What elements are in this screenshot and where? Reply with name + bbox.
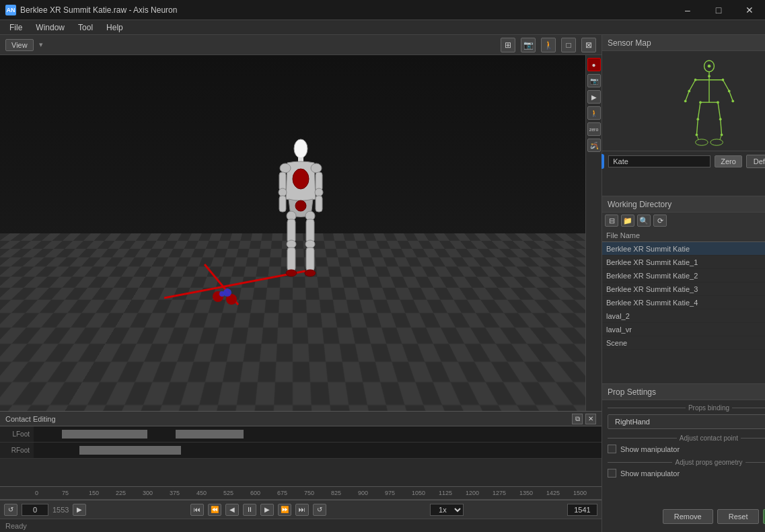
file-name-cell: Berklee XR Summit Katie_3 <box>602 285 765 293</box>
svg-point-17 <box>295 200 306 211</box>
lfoot-track-content[interactable] <box>34 426 602 442</box>
working-directory-header: Working Directory ⧉ ✕ <box>602 196 765 213</box>
contact-editing-controls: ⧉ ✕ <box>572 414 596 424</box>
adjust-contact-title: Adjust contact point <box>608 434 765 442</box>
menu-help[interactable]: Help <box>100 22 130 34</box>
working-directory-column-headers: File Name Type <box>602 229 765 242</box>
working-directory-toolbar: ⊟ 📁 🔍 ⟳ <box>602 213 765 229</box>
file-name-cell: laval_vr <box>602 326 765 334</box>
actor-zero-button[interactable]: Zero <box>715 155 742 167</box>
svg-point-13 <box>279 188 287 196</box>
table-row[interactable]: Berklee XR Summit Katie_1 raw <box>602 256 765 269</box>
figure-icon[interactable]: 🚶 <box>541 38 556 52</box>
menu-tool[interactable]: Tool <box>71 22 100 34</box>
table-row[interactable]: Scene raw <box>602 336 765 350</box>
table-row[interactable]: Berklee XR Summit Katie_3 raw <box>602 282 765 296</box>
table-row[interactable]: Berklee XR Summit Katie_4 raw <box>602 296 765 309</box>
grid2-icon[interactable]: ⊠ <box>581 38 596 52</box>
app-icon: AN <box>5 5 16 15</box>
rfoot-bar-1 <box>79 446 182 455</box>
prop-settings-panel: Prop Settings ⧉ ✕ Props binding RightHan… <box>602 384 765 532</box>
wd-filter-button[interactable]: ⊟ <box>605 215 618 227</box>
end-frame-input[interactable] <box>567 504 597 516</box>
contact-editing-header: Contact Editing ⧉ ✕ <box>0 412 602 426</box>
svg-rect-25 <box>306 248 314 271</box>
prev-end-button[interactable]: ⏮ <box>190 504 204 516</box>
reset-button[interactable]: Reset <box>717 509 760 524</box>
svg-point-23 <box>305 240 315 248</box>
minimize-button[interactable]: – <box>672 0 703 20</box>
next-end-button[interactable]: ⏭ <box>295 504 309 516</box>
remove-button[interactable]: Remove <box>663 509 713 524</box>
frame-icon[interactable]: □ <box>561 38 576 52</box>
viewport-3d[interactable]: ● 📷 ▶ 🚶 zero 🪃 <box>0 55 602 411</box>
ce-float-button[interactable]: ⧉ <box>572 414 583 424</box>
view-button[interactable]: View <box>5 39 34 51</box>
camera-tool-button[interactable]: 📷 <box>587 74 601 87</box>
svg-rect-24 <box>287 248 295 271</box>
svg-line-37 <box>698 102 700 119</box>
geometry-show-manipulator-checkbox[interactable] <box>608 469 616 478</box>
menu-window[interactable]: Window <box>29 22 71 34</box>
ce-close-button[interactable]: ✕ <box>585 414 596 424</box>
svg-point-44 <box>721 79 724 81</box>
svg-point-6 <box>294 139 307 158</box>
total-frames-label: 1553 <box>52 506 69 514</box>
current-frame-input[interactable] <box>22 504 48 516</box>
ruler-tick-975: 975 <box>385 490 412 496</box>
wd-refresh-button[interactable]: ⟳ <box>653 215 667 227</box>
record-button[interactable]: ● <box>587 58 601 71</box>
prop-button[interactable]: 🪃 <box>587 139 601 152</box>
svg-line-33 <box>685 91 689 101</box>
contact-show-manipulator-checkbox[interactable] <box>608 445 616 453</box>
play-button[interactable]: ▶ <box>260 504 274 516</box>
wd-folder-button[interactable]: 📁 <box>621 215 634 227</box>
sensor-map-body: N Zero Default body size Custom body siz… <box>602 51 765 177</box>
table-row[interactable]: Berklee XR Summit Katie_2 raw <box>602 269 765 282</box>
menu-bar: File Window Tool Help <box>0 20 765 35</box>
rfoot-track-content[interactable] <box>34 443 602 458</box>
svg-line-32 <box>689 80 695 91</box>
actor-name-input[interactable] <box>608 155 711 167</box>
working-directory-table: Berklee XR Summit Katie raw Berklee XR S… <box>602 242 765 383</box>
figure-tool-button[interactable]: 🚶 <box>587 106 601 120</box>
ruler-tick-1500: 1500 <box>573 490 600 496</box>
camera-icon[interactable]: 📷 <box>521 38 536 52</box>
next-frame-fwd-button[interactable]: ⏩ <box>278 504 291 516</box>
loop-button[interactable]: ↺ <box>4 504 17 516</box>
menu-file[interactable]: File <box>3 22 29 34</box>
table-row[interactable]: laval_vr raw <box>602 323 765 336</box>
contact-editing-title: Contact Editing <box>5 415 56 423</box>
svg-point-4 <box>223 289 231 297</box>
loop2-button[interactable]: ↺ <box>313 504 326 516</box>
stream-button[interactable]: ▶ <box>587 90 601 104</box>
table-row[interactable]: laval_2 raw <box>602 309 765 323</box>
pause-button[interactable]: ⏸ <box>243 504 256 516</box>
svg-point-26 <box>286 270 297 276</box>
props-binding-select[interactable]: RightHand LeftHand Head Hips <box>608 414 765 429</box>
svg-point-10 <box>311 163 322 173</box>
props-binding-section: Props binding RightHand LeftHand Head Hi… <box>608 404 765 429</box>
maximize-button[interactable]: □ <box>703 0 734 20</box>
lfoot-bar-2 <box>176 430 244 439</box>
svg-rect-20 <box>287 219 295 243</box>
svg-line-39 <box>718 102 721 119</box>
zero-button[interactable]: zero <box>587 122 601 136</box>
svg-line-35 <box>729 91 733 101</box>
next-frame-button[interactable]: ▶ <box>73 504 86 516</box>
speed-select[interactable]: 1x0.5x2x <box>430 504 464 516</box>
working-directory-panel: Working Directory ⧉ ✕ ⊟ 📁 🔍 ⟳ File Name … <box>602 196 765 384</box>
ruler-tick-150: 150 <box>89 490 116 496</box>
svg-point-14 <box>315 188 323 196</box>
svg-point-5 <box>219 291 225 297</box>
actor-body-size-select[interactable]: Default body size Custom body size <box>746 155 765 168</box>
close-button[interactable]: ✕ <box>734 0 765 20</box>
props-binding-row: RightHand LeftHand Head Hips <box>608 414 765 429</box>
grid-icon[interactable]: ⊞ <box>501 38 515 52</box>
play-back-button[interactable]: ◀ <box>225 504 239 516</box>
prev-frame-button[interactable]: ⏪ <box>208 504 221 516</box>
wd-search-button[interactable]: 🔍 <box>637 215 651 227</box>
ruler-tick-75: 75 <box>62 490 89 496</box>
ruler-tick-675: 675 <box>277 490 304 496</box>
table-row[interactable]: Berklee XR Summit Katie raw <box>602 242 765 256</box>
